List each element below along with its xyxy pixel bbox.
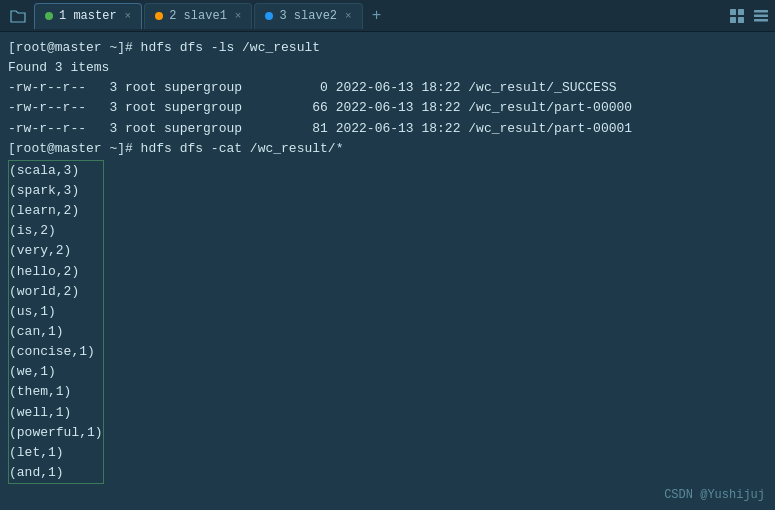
file-line-success: -rw-r--r-- 3 root supergroup 0 2022-06-1… (8, 78, 767, 98)
grid-view-icon[interactable] (727, 6, 747, 26)
watermark: CSDN @Yushijuj (664, 488, 765, 502)
svg-rect-4 (754, 10, 768, 13)
tab-close-slave1[interactable]: × (235, 10, 242, 22)
result-line-6: (world,2) (9, 282, 103, 302)
tab-bar-right (727, 6, 771, 26)
tab-bar-left: 1 master × 2 slave1 × 3 slave2 × + (4, 3, 725, 29)
command-line-1: [root@master ~]# hdfs dfs -ls /wc_result (8, 38, 767, 58)
svg-rect-1 (738, 9, 744, 15)
tab-close-slave2[interactable]: × (345, 10, 352, 22)
result-line-3: (is,2) (9, 221, 103, 241)
tab-slave1[interactable]: 2 slave1 × (144, 3, 252, 29)
result-line-2: (learn,2) (9, 201, 103, 221)
result-line-5: (hello,2) (9, 262, 103, 282)
result-line-11: (them,1) (9, 382, 103, 402)
tab-dot-slave2 (265, 12, 273, 20)
tab-dot-master (45, 12, 53, 20)
tab-label-slave1: 2 slave1 (169, 9, 227, 23)
result-line-0: (scala,3) (9, 161, 103, 181)
result-line-4: (very,2) (9, 241, 103, 261)
svg-rect-5 (754, 14, 768, 17)
svg-rect-2 (730, 17, 736, 23)
result-line-8: (can,1) (9, 322, 103, 342)
result-block: (scala,3) (spark,3) (learn,2) (is,2) (ve… (8, 160, 104, 484)
file-line-part00001: -rw-r--r-- 3 root supergroup 81 2022-06-… (8, 119, 767, 139)
found-items-line: Found 3 items (8, 58, 767, 78)
result-line-10: (we,1) (9, 362, 103, 382)
file-line-part00000: -rw-r--r-- 3 root supergroup 66 2022-06-… (8, 98, 767, 118)
tab-label-slave2: 3 slave2 (279, 9, 337, 23)
result-line-12: (well,1) (9, 403, 103, 423)
tab-dot-slave1 (155, 12, 163, 20)
list-view-icon[interactable] (751, 6, 771, 26)
result-line-7: (us,1) (9, 302, 103, 322)
tab-close-master[interactable]: × (125, 10, 132, 22)
result-line-9: (concise,1) (9, 342, 103, 362)
result-line-13: (powerful,1) (9, 423, 103, 443)
folder-icon[interactable] (4, 3, 32, 29)
add-tab-button[interactable]: + (365, 4, 389, 28)
svg-rect-3 (738, 17, 744, 23)
terminal-body: [root@master ~]# hdfs dfs -ls /wc_result… (0, 32, 775, 510)
result-line-15: (and,1) (9, 463, 103, 483)
tab-bar: 1 master × 2 slave1 × 3 slave2 × + (0, 0, 775, 32)
result-line-1: (spark,3) (9, 181, 103, 201)
svg-rect-6 (754, 19, 768, 22)
tab-slave2[interactable]: 3 slave2 × (254, 3, 362, 29)
tab-master[interactable]: 1 master × (34, 3, 142, 29)
result-line-14: (let,1) (9, 443, 103, 463)
svg-rect-0 (730, 9, 736, 15)
tab-label-master: 1 master (59, 9, 117, 23)
command-line-2: [root@master ~]# hdfs dfs -cat /wc_resul… (8, 139, 767, 159)
